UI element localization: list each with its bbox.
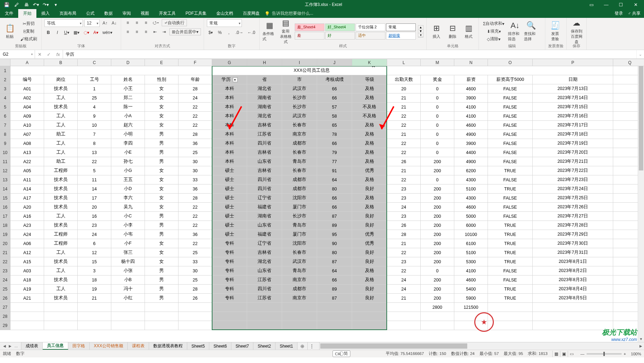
name-box[interactable]: G2 (0, 50, 35, 58)
cell[interactable]: 2023年8月5日 (533, 294, 613, 303)
cell[interactable]: 4100 (454, 112, 488, 121)
cell[interactable]: 200 (421, 248, 454, 257)
tab-file[interactable]: 文件 (0, 9, 18, 18)
cell[interactable]: 厦门市 (282, 203, 317, 212)
cell[interactable]: 郑二 (111, 93, 145, 103)
formula-expand-icon[interactable]: ⌄ (636, 50, 644, 58)
cell[interactable]: 22 (178, 212, 212, 221)
cell[interactable]: 4100 (454, 266, 488, 275)
sort-filter-button[interactable]: A↓排序和筛选 (508, 20, 522, 43)
cell[interactable]: 6 (78, 239, 111, 248)
cell[interactable]: 0 (421, 93, 454, 103)
row-header-13[interactable]: 13 (0, 175, 10, 184)
add-sheet-button[interactable]: ⊕ (298, 342, 307, 350)
cell[interactable] (387, 303, 421, 312)
row-header-24[interactable]: 24 (0, 275, 10, 285)
cell[interactable] (78, 312, 111, 321)
cell[interactable]: 专科 (212, 285, 247, 294)
cell[interactable]: 2023年7月13日 (533, 84, 613, 93)
cell[interactable]: 不及格 (352, 103, 387, 112)
cell[interactable] (282, 312, 317, 321)
cell[interactable]: 6100 (454, 239, 488, 248)
sheet-nav[interactable]: ◀▶… (0, 342, 21, 350)
cell[interactable]: 及格 (352, 84, 387, 93)
border-button[interactable]: ▦▾ (72, 29, 81, 36)
cell[interactable]: TRUE (488, 166, 533, 175)
cell[interactable]: A14 (10, 184, 44, 194)
cell[interactable]: 22 (178, 203, 212, 212)
tab-formulas[interactable]: 公式 (81, 9, 99, 18)
cell[interactable]: 0 (421, 103, 454, 112)
cell[interactable]: 专科 (212, 294, 247, 303)
col-header-O[interactable]: O (488, 59, 533, 66)
cell[interactable]: 四川省 (247, 175, 282, 184)
merge-center-button[interactable]: ⊞ 合并后居中▾ (169, 28, 201, 35)
align-center-icon[interactable]: ≡ (133, 28, 141, 35)
cell[interactable]: 20 (387, 84, 421, 93)
cell[interactable] (178, 321, 212, 330)
cell[interactable]: 学历▾ (212, 75, 247, 84)
cell[interactable]: 硕士 (212, 203, 247, 212)
cell[interactable]: 技术员 (44, 175, 78, 184)
sheet-tab-5[interactable]: 数据透视表教程 (149, 342, 187, 350)
cell[interactable]: 本科 (212, 112, 247, 121)
cell[interactable]: 成都市 (282, 139, 317, 148)
cell[interactable]: 200 (421, 230, 454, 239)
row-header-16[interactable]: 16 (0, 203, 10, 212)
cell[interactable]: 22 (178, 121, 212, 130)
sheet-tab-6[interactable]: Sheet5 (187, 342, 209, 350)
cell[interactable]: A15 (10, 257, 44, 266)
row-header-22[interactable]: 22 (0, 257, 10, 266)
cell[interactable]: 89 (317, 285, 352, 294)
tab-baidu[interactable]: 百度网盘 (238, 9, 265, 18)
cell[interactable] (533, 321, 613, 330)
cell[interactable] (44, 312, 78, 321)
cell[interactable]: 湖北省 (247, 112, 282, 121)
cell[interactable]: 2023年7月14日 (533, 93, 613, 103)
cell[interactable]: 200 (421, 194, 454, 203)
style-bad[interactable]: 差 (295, 32, 324, 40)
cell[interactable]: 长春市 (282, 148, 317, 157)
cell[interactable]: 2023年8月2日 (533, 266, 613, 275)
font-size-combo[interactable]: 12 (84, 19, 100, 27)
cell[interactable]: 女 (145, 257, 178, 266)
cell[interactable]: 23 (387, 194, 421, 203)
cell[interactable] (317, 312, 352, 321)
cell[interactable]: 5100 (454, 248, 488, 257)
cell[interactable] (387, 321, 421, 330)
zoom-track[interactable] (587, 353, 622, 355)
cell[interactable]: 2023年7月25日 (533, 194, 613, 203)
cell[interactable]: 24 (387, 285, 421, 294)
cell[interactable]: 专科 (212, 239, 247, 248)
cell[interactable] (352, 303, 387, 312)
font-name-combo[interactable]: 等线 (44, 19, 83, 27)
cell[interactable]: 33 (178, 257, 212, 266)
cell[interactable]: 武汉市 (282, 112, 317, 121)
cell[interactable]: 13 (78, 148, 111, 157)
cell[interactable]: 25 (178, 248, 212, 257)
cell[interactable]: 工程师 (44, 166, 78, 175)
cell[interactable]: 湖南省 (247, 212, 282, 221)
copy-button[interactable]: ⎘ 复制 (19, 28, 38, 35)
row-header-20[interactable]: 20 (0, 239, 10, 248)
cell[interactable]: 本科 (212, 121, 247, 130)
cell[interactable]: 24 (387, 275, 421, 285)
cell[interactable]: 江苏省 (247, 294, 282, 303)
cell[interactable]: 编号 (10, 75, 44, 84)
col-header-G[interactable]: G (212, 59, 247, 66)
cell[interactable]: 工人 (44, 248, 78, 257)
cell[interactable]: 李四 (111, 139, 145, 148)
row-header-21[interactable]: 21 (0, 248, 10, 257)
underline-button[interactable]: U▾ (63, 29, 71, 36)
cell[interactable]: 长春市 (282, 121, 317, 130)
cell[interactable]: 李六 (111, 194, 145, 203)
cell[interactable]: 4100 (454, 103, 488, 112)
cell[interactable]: 8 (78, 139, 111, 148)
sheet-tab-7[interactable]: Sheet6 (209, 342, 231, 350)
cell[interactable]: 26 (178, 294, 212, 303)
cell[interactable]: 2023年7月22日 (533, 166, 613, 175)
cell[interactable]: 30 (178, 166, 212, 175)
align-top-icon[interactable]: ≡ (124, 19, 132, 26)
cell[interactable]: A04 (10, 103, 44, 112)
cell[interactable]: 女 (145, 112, 178, 121)
